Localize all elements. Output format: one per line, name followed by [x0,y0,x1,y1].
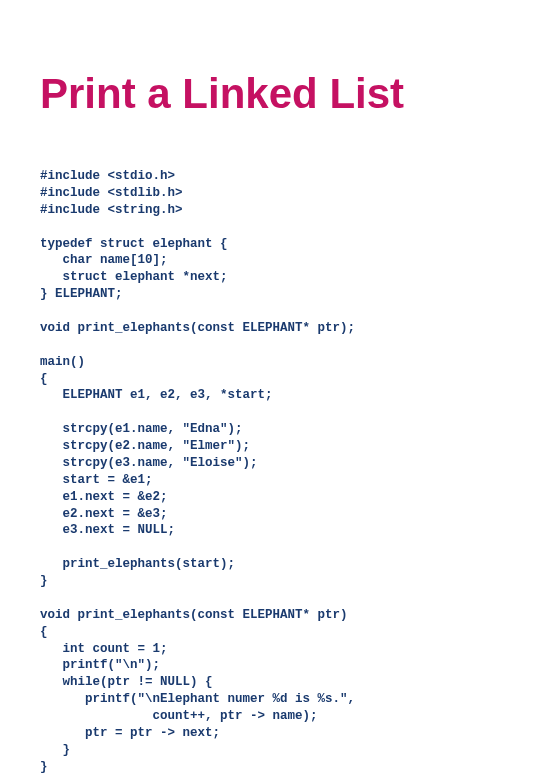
slide-content: Print a Linked List #include <stdio.h> #… [0,0,540,780]
code-block: #include <stdio.h> #include <stdlib.h> #… [40,168,500,776]
slide-title: Print a Linked List [40,70,500,118]
